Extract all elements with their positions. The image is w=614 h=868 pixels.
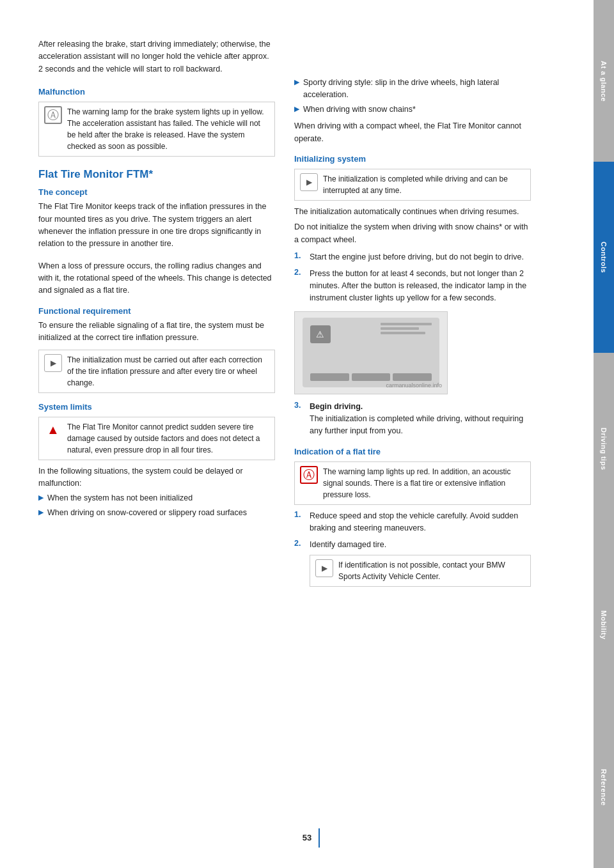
step-3-content: Begin driving. The initialization is com…	[310, 401, 531, 438]
instr-btn-2	[352, 373, 391, 381]
flat-tire-indication-section: Indication of a flat tire Ⓐ The warning …	[294, 447, 531, 592]
sidebar-tab-driving-tips[interactable]: Driving tips	[594, 353, 614, 544]
instrument-icon: ⚠	[310, 325, 331, 343]
step-2-num: 2.	[294, 268, 304, 305]
initializing-note-text: The initialization is completed while dr…	[323, 173, 525, 196]
concept-heading: The concept	[38, 187, 275, 197]
bullet-1: ▶ When the system has not been initializ…	[38, 492, 275, 504]
page-container: After releasing the brake, start driving…	[0, 0, 614, 868]
flat-step-note-icon: ▶	[315, 559, 333, 577]
init-step-2: 2. Press the button for at least 4 secon…	[294, 268, 531, 305]
instr-btn-3	[393, 373, 432, 381]
functional-req-heading: Functional requirement	[38, 306, 275, 316]
left-column: After releasing the brake, start driving…	[38, 38, 275, 830]
init-para2: Do not initialize the system when drivin…	[294, 221, 531, 246]
functional-req-section: Functional requirement To ensure the rel…	[38, 306, 275, 393]
watermark-text: carmanualsonline.info	[386, 382, 442, 389]
init-arrow-icon: ▶	[300, 173, 318, 191]
step-2-text: Press the button for at least 4 seconds,…	[310, 268, 531, 305]
instr-btn-1	[310, 373, 349, 381]
bar-2	[381, 327, 419, 330]
sidebar-tab-driving-tips-label: Driving tips	[600, 428, 608, 470]
init-para1: The initialization automatically continu…	[294, 206, 531, 218]
instrument-buttons	[310, 373, 432, 381]
flat-tire-warning-text: The warning lamp lights up red. In addit…	[323, 466, 525, 500]
flat-step-1-num: 1.	[294, 510, 304, 535]
sidebar-tab-at-glance-label: At a glance	[600, 61, 608, 102]
system-limits-warning: ▲ The Flat Tire Monitor cannot predict s…	[38, 417, 275, 460]
flat-tire-indication-heading: Indication of a flat tire	[294, 447, 531, 456]
init-step-1: 1. Start the engine just before driving,…	[294, 251, 531, 263]
flat-step-1-text: Reduce speed and stop the vehicle carefu…	[310, 510, 531, 535]
bullet-arrow-icon-4: ▶	[294, 105, 299, 113]
sidebar-tab-mobility-label: Mobility	[600, 610, 608, 640]
system-limits-section: System limits ▲ The Flat Tire Monitor ca…	[38, 402, 275, 519]
functional-req-text: To ensure the reliable signaling of a fl…	[38, 320, 275, 345]
concept-section: The concept The Flat Tire Monitor keeps …	[38, 187, 275, 297]
malfunction-note: Ⓐ The warning lamp for the brake system …	[38, 102, 275, 157]
bullet-2: ▶ When driving on snow-covered or slippe…	[38, 507, 275, 519]
flat-tire-main-heading: Flat Tire Monitor FTM*	[38, 168, 275, 181]
flat-step-2: 2. Identify damaged tire. ▶ If identific…	[294, 539, 531, 592]
bullet-arrow-icon-2: ▶	[38, 508, 43, 516]
sidebar-tab-mobility[interactable]: Mobility	[594, 544, 614, 706]
functional-req-note: ▶ The initialization must be carried out…	[38, 350, 275, 393]
bullet-text-1: When the system has not been initialized	[47, 492, 193, 504]
note-arrow-icon: ▶	[44, 354, 62, 372]
bullet-text-2: When driving on snow-covered or slippery…	[47, 507, 247, 519]
bullet-text-3: Sporty driving style: slip in the drive …	[303, 77, 531, 101]
bullet-arrow-icon-3: ▶	[294, 78, 299, 86]
flat-step-2-text: Identify damaged tire.	[310, 539, 531, 551]
flat-step-1: 1. Reduce speed and stop the vehicle car…	[294, 510, 531, 535]
malfunction-heading: Malfunction	[38, 87, 275, 97]
page-number: 53	[303, 833, 311, 842]
flat-step-2-content: Identify damaged tire. ▶ If identificati…	[310, 539, 531, 592]
initializing-section: Initializing system ▶ The initialization…	[294, 154, 531, 438]
system-limits-intro: In the following situations, the system …	[38, 465, 275, 490]
intro-text: After releasing the brake, start driving…	[38, 38, 275, 75]
instrument-inner: ⚠	[303, 318, 439, 387]
flat-step-2-note: ▶ If identification is not possible, con…	[310, 555, 531, 587]
concept-para2: When a loss of pressure occurs, the roll…	[38, 260, 275, 297]
sidebar-tab-controls-label: Controls	[600, 242, 608, 273]
right-sidebar: At a glance Controls Driving tips Mobili…	[594, 0, 614, 868]
step-3-sub: The initialization is completed while dr…	[310, 413, 531, 438]
flat-tire-warning-icon: Ⓐ	[300, 466, 318, 484]
right-column: ▶ Sporty driving style: slip in the driv…	[294, 38, 531, 830]
functional-req-note-text: The initialization must be carried out a…	[67, 354, 269, 389]
instrument-bars	[381, 323, 432, 334]
initializing-note: ▶ The initialization is completed while …	[294, 169, 531, 201]
sidebar-tab-at-glance[interactable]: At a glance	[594, 0, 614, 162]
sidebar-tab-reference[interactable]: Reference	[594, 706, 614, 868]
warning-lamp-icon: Ⓐ	[44, 106, 62, 124]
bullet-4: ▶ When driving with snow chains*	[294, 104, 531, 116]
initializing-heading: Initializing system	[294, 154, 531, 164]
step-1-text: Start the engine just before driving, bu…	[310, 251, 524, 263]
compact-wheel-text: When driving with a compact wheel, the F…	[294, 120, 531, 145]
bar-1	[381, 323, 432, 325]
step-1-num: 1.	[294, 251, 304, 263]
init-step-3: 3. Begin driving. The initialization is …	[294, 401, 531, 438]
bullet-3: ▶ Sporty driving style: slip in the driv…	[294, 77, 531, 101]
main-content: After releasing the brake, start driving…	[0, 0, 594, 868]
triangle-warning-icon: ▲	[44, 421, 62, 439]
step-3-num: 3.	[294, 401, 304, 438]
malfunction-note-text: The warning lamp for the brake system li…	[67, 106, 269, 152]
bullet-arrow-icon-1: ▶	[38, 493, 43, 502]
bar-3	[381, 332, 425, 334]
system-limits-heading: System limits	[38, 402, 275, 412]
system-limits-warning-text: The Flat Tire Monitor cannot predict sud…	[67, 421, 269, 456]
sidebar-tab-reference-label: Reference	[600, 769, 608, 806]
sidebar-tab-controls[interactable]: Controls	[594, 162, 614, 353]
instrument-cluster-image: ⚠ carmanualsonline.info	[294, 311, 448, 394]
malfunction-section: Malfunction Ⓐ The warning lamp for the b…	[38, 87, 275, 157]
flat-tire-warning: Ⓐ The warning lamp lights up red. In add…	[294, 461, 531, 505]
flat-step-2-note-text: If identification is not possible, conta…	[338, 559, 525, 582]
concept-para1: The Flat Tire Monitor keeps track of the…	[38, 201, 275, 251]
flat-step-2-num: 2.	[294, 539, 304, 592]
step-3-main: Begin driving.	[310, 401, 531, 413]
page-number-line	[319, 828, 320, 848]
bullet-text-4: When driving with snow chains*	[303, 104, 416, 116]
